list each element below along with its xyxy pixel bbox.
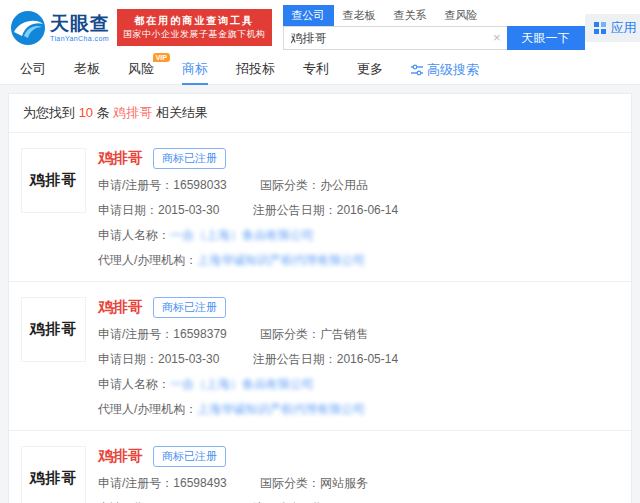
trademark-result-row: 鸡排哥 鸡排哥 商标已注册 申请/注册号：16598493 国际分类：网站服务 …	[9, 431, 631, 503]
trademark-image[interactable]: 鸡排哥	[21, 297, 86, 362]
search-keyword: 鸡排哥	[113, 105, 152, 120]
reg-no-label: 申请/注册号：	[98, 327, 173, 341]
search-tab-relation[interactable]: 查关系	[385, 5, 436, 26]
promo-line2: 国家中小企业发展子基金旗下机构	[123, 28, 266, 42]
pub-date-label: 注册公告日期：	[253, 352, 337, 366]
agent-label: 代理人/办理机构：	[98, 402, 197, 416]
search-input[interactable]	[283, 26, 507, 50]
logo-title: 天眼查	[50, 14, 110, 33]
applicant-link[interactable]: 一合（上海）食品有限公司	[170, 377, 314, 391]
promo-banner: 都在用的商业查询工具 国家中小企业发展子基金旗下机构	[117, 9, 272, 46]
applicant-label: 申请人名称：	[98, 228, 170, 242]
nav-item-boss[interactable]: 老板	[74, 55, 100, 85]
class-value: 办公用品	[320, 178, 368, 192]
applicant-label: 申请人名称：	[98, 377, 170, 391]
promo-line1: 都在用的商业查询工具	[123, 13, 266, 28]
reg-no-value: 16598493	[173, 476, 226, 490]
class-value: 广告销售	[320, 327, 368, 341]
logo-domain: TianYanCha.com	[50, 35, 110, 42]
search-tab-company[interactable]: 查公司	[283, 5, 334, 26]
trademark-title-link[interactable]: 鸡排哥	[98, 298, 143, 317]
pub-date-value: 2016-05-14	[337, 352, 398, 366]
sliders-icon	[411, 64, 423, 76]
agent-link[interactable]: 上海华诚知识产权代理有限公司	[197, 253, 365, 267]
nav-item-risk[interactable]: 风险VIP	[128, 55, 154, 85]
status-badge: 商标已注册	[153, 148, 226, 169]
vip-badge: VIP	[153, 53, 170, 62]
agent-link[interactable]: 上海华诚知识产权代理有限公司	[197, 402, 365, 416]
nav-item-patent[interactable]: 专利	[303, 55, 329, 85]
search-tabs: 查公司 查老板 查关系 查风险	[283, 5, 585, 26]
search-tab-risk[interactable]: 查风险	[436, 5, 487, 26]
clear-input-icon[interactable]: ×	[493, 30, 501, 45]
trademark-title-link[interactable]: 鸡排哥	[98, 447, 143, 466]
class-label: 国际分类：	[260, 476, 320, 490]
reg-no-label: 申请/注册号：	[98, 476, 173, 490]
apply-date-value: 2015-03-30	[158, 203, 219, 217]
spacer	[0, 85, 640, 93]
results-panel: 为您找到 10 条 鸡排哥 相关结果 鸡排哥 鸡排哥 商标已注册 申请/注册号：…	[8, 93, 632, 503]
pub-date-value: 2016-06-14	[337, 203, 398, 217]
tianyancha-logo[interactable]: 天眼查 TianYanCha.com	[10, 10, 110, 46]
trademark-result-row: 鸡排哥 鸡排哥 商标已注册 申请/注册号：16598033 国际分类：办公用品 …	[9, 133, 631, 282]
nav-item-trademark[interactable]: 商标	[182, 55, 208, 85]
class-label: 国际分类：	[260, 327, 320, 341]
reg-no-value: 16598033	[173, 178, 226, 192]
nav-item-company[interactable]: 公司	[20, 55, 46, 85]
apps-dropdown-button[interactable]: 应用 ▼	[585, 14, 640, 42]
trademark-result-row: 鸡排哥 鸡排哥 商标已注册 申请/注册号：16598379 国际分类：广告销售 …	[9, 282, 631, 431]
reg-no-label: 申请/注册号：	[98, 178, 173, 192]
nav-item-bidding[interactable]: 招投标	[236, 55, 275, 85]
agent-label: 代理人/办理机构：	[98, 253, 197, 267]
apps-grid-icon	[594, 22, 606, 34]
apply-date-label: 申请日期：	[98, 203, 158, 217]
class-value: 网站服务	[320, 476, 368, 490]
result-count: 10	[79, 105, 93, 120]
advanced-search-link[interactable]: 高级搜索	[411, 61, 479, 79]
search-tab-boss[interactable]: 查老板	[334, 5, 385, 26]
class-label: 国际分类：	[260, 178, 320, 192]
apply-date-value: 2015-03-30	[158, 352, 219, 366]
apply-date-label: 申请日期：	[98, 352, 158, 366]
search-block: 查公司 查老板 查关系 查风险 × 天眼一下	[283, 5, 585, 50]
results-summary: 为您找到 10 条 鸡排哥 相关结果	[9, 94, 631, 133]
trademark-image[interactable]: 鸡排哥	[21, 148, 86, 213]
category-nav: 公司 老板 风险VIP 商标 招投标 专利 更多 高级搜索	[0, 55, 640, 85]
status-badge: 商标已注册	[153, 446, 226, 467]
nav-item-more[interactable]: 更多	[357, 55, 383, 85]
header: 天眼查 TianYanCha.com 都在用的商业查询工具 国家中小企业发展子基…	[0, 0, 640, 55]
status-badge: 商标已注册	[153, 297, 226, 318]
applicant-link[interactable]: 一合（上海）食品有限公司	[170, 228, 314, 242]
eye-logo-icon	[10, 10, 46, 46]
trademark-title-link[interactable]: 鸡排哥	[98, 149, 143, 168]
apps-label: 应用	[611, 19, 637, 37]
reg-no-value: 16598379	[173, 327, 226, 341]
trademark-image[interactable]: 鸡排哥	[21, 446, 86, 503]
search-button[interactable]: 天眼一下	[507, 26, 585, 50]
pub-date-label: 注册公告日期：	[253, 203, 337, 217]
